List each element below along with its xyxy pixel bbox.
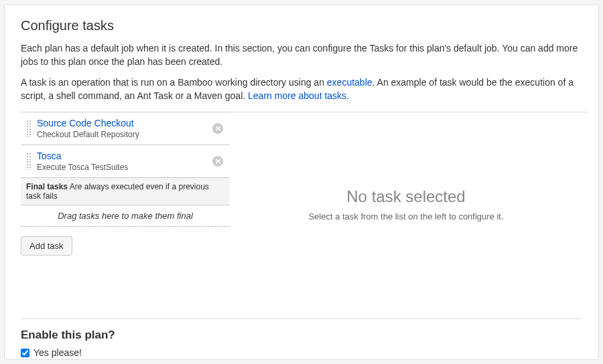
divider (21, 318, 582, 319)
task-text: Tosca Execute Tosca TestSuites (37, 151, 212, 172)
enable-plan-checkbox[interactable] (21, 349, 29, 357)
configure-tasks-panel: Configure tasks Each plan has a default … (4, 4, 599, 360)
task-text: Source Code Checkout Checkout Default Re… (37, 118, 212, 139)
drag-handle-icon[interactable] (26, 153, 31, 170)
desc-paragraph-1: Each plan has a default job when it is c… (21, 41, 582, 69)
learn-more-link[interactable]: Learn more about tasks. (248, 90, 349, 101)
final-tasks-label: Final tasks (26, 182, 68, 191)
content-row: Source Code Checkout Checkout Default Re… (21, 112, 582, 256)
task-item[interactable]: Tosca Execute Tosca TestSuites ✕ (21, 145, 230, 178)
drag-handle-icon[interactable] (26, 120, 31, 137)
task-title[interactable]: Source Code Checkout (37, 118, 212, 128)
task-subtitle: Execute Tosca TestSuites (37, 163, 212, 172)
task-subtitle: Checkout Default Repository (37, 130, 212, 139)
page-title: Configure tasks (21, 18, 582, 33)
final-tasks-bar: Final tasks Are always executed even if … (21, 178, 230, 205)
desc-text: Each plan has a default job when it is c… (21, 43, 578, 67)
task-title[interactable]: Tosca (37, 151, 212, 161)
enable-plan-title: Enable this plan? (21, 329, 582, 342)
enable-plan-checkbox-label: Yes please! (34, 347, 82, 358)
enable-plan-checkbox-row[interactable]: Yes please! (21, 347, 582, 359)
desc-text: A task is an operation that is run on a … (21, 77, 327, 88)
add-task-button[interactable]: Add task (21, 236, 72, 256)
delete-task-icon[interactable]: ✕ (212, 156, 223, 167)
empty-state-desc: Select a task from the list on the left … (308, 211, 503, 221)
empty-state-title: No task selected (346, 187, 465, 206)
task-item[interactable]: Source Code Checkout Checkout Default Re… (21, 112, 230, 145)
task-list: Source Code Checkout Checkout Default Re… (21, 112, 230, 256)
final-tasks-dropzone[interactable]: Drag tasks here to make them final (21, 205, 230, 227)
executable-link[interactable]: executable (327, 77, 373, 88)
delete-task-icon[interactable]: ✕ (212, 123, 223, 134)
desc-paragraph-2: A task is an operation that is run on a … (21, 76, 582, 103)
enable-plan-section: Enable this plan? Yes please! (21, 318, 582, 359)
task-detail-empty: No task selected Select a task from the … (230, 112, 582, 256)
